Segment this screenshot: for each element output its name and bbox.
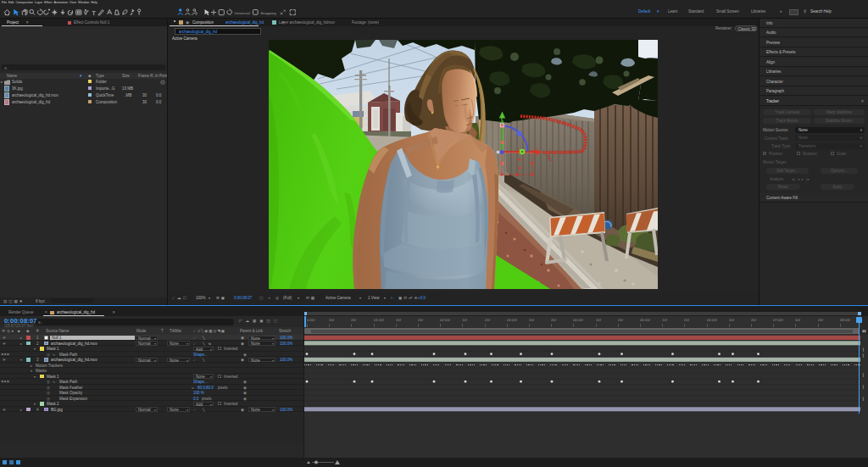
svg-text:01:00f: 01:00f [374, 318, 384, 322]
svg-text:04:00f: 04:00f [573, 318, 583, 322]
svg-text:20f: 20f [485, 318, 491, 322]
svg-text:20f: 20f [351, 318, 357, 322]
svg-text:05:00f: 05:00f [640, 318, 650, 322]
svg-text:02:00f: 02:00f [440, 318, 450, 322]
svg-text:20f: 20f [551, 318, 557, 322]
svg-text:10f: 10f [662, 318, 668, 322]
svg-text:10f: 10f [462, 318, 468, 322]
svg-text:10f: 10f [596, 318, 602, 322]
svg-text:07:00f: 07:00f [773, 318, 783, 322]
svg-text:0:00f: 0:00f [307, 318, 315, 322]
svg-text:10f: 10f [396, 318, 402, 322]
svg-text:T: T [92, 9, 96, 17]
svg-text:03:00f: 03:00f [507, 318, 517, 322]
svg-text:10f: 10f [329, 318, 335, 322]
svg-text:10f: 10f [729, 318, 735, 322]
svg-text:20f: 20f [818, 318, 824, 322]
svg-text:20f: 20f [684, 318, 690, 322]
svg-text:Universal: Universal [235, 11, 250, 15]
svg-text:Snapping: Snapping [260, 11, 276, 15]
svg-text:20f: 20f [751, 318, 757, 322]
svg-text:10f: 10f [529, 318, 535, 322]
svg-text:08:00f: 08:00f [840, 318, 850, 322]
svg-text:20f: 20f [418, 318, 424, 322]
svg-text:06:00f: 06:00f [707, 318, 717, 322]
svg-text:10f: 10f [795, 318, 801, 322]
svg-text:20f: 20f [618, 318, 624, 322]
